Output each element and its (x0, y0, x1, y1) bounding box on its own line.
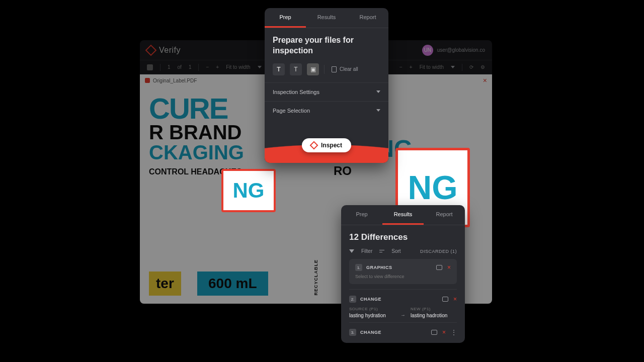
difference-subtitle: Select to view difference (355, 274, 451, 279)
results-panel: Prep Results Report 12 Differences Filte… (341, 205, 465, 343)
tab-report-2[interactable]: Report (424, 205, 465, 225)
label-volume-box: 600 mL (197, 272, 268, 296)
prep-title: Prepare your files for inspection (273, 35, 380, 56)
app-title: Verify (159, 46, 181, 55)
diff-new-value: lasting hadrotion (411, 313, 457, 318)
label-yellow-box: ter (149, 272, 181, 296)
zoom-in-icon[interactable]: + (216, 64, 219, 70)
tab-prep[interactable]: Prep (265, 8, 306, 28)
difference-card[interactable]: 3. CHANGE × ⋮ (349, 322, 457, 343)
filter-button[interactable]: Filter (361, 248, 372, 254)
more-icon[interactable]: ⋮ (451, 329, 457, 336)
page-selection-row[interactable]: Page Selection (265, 101, 388, 120)
comment-icon[interactable] (442, 297, 448, 302)
zoom-out-icon-2[interactable]: − (399, 64, 403, 70)
discard-icon[interactable]: × (447, 264, 451, 271)
difference-index: 2. (349, 296, 356, 303)
inspect-logo-icon (309, 141, 318, 149)
discard-icon[interactable]: × (453, 296, 457, 303)
brand-logo-icon (145, 44, 157, 56)
fit-mode-2-chevron-icon[interactable] (451, 66, 455, 68)
discarded-count[interactable]: DISCARDED (1) (420, 249, 457, 254)
document-filename: Original_Label.PDF (153, 78, 197, 83)
arrow-right-icon: → (400, 312, 406, 318)
zoom-in-icon-2[interactable]: + (410, 64, 413, 70)
fit-mode[interactable]: Fit to width (226, 64, 250, 70)
tab-report[interactable]: Report (347, 8, 388, 28)
refresh-icon[interactable]: ⟳ (469, 64, 473, 70)
fit-mode-2[interactable]: Fit to width (420, 64, 444, 70)
difference-index: 1. (355, 264, 362, 271)
prep-panel: Prep Results Report Prepare your files f… (265, 8, 388, 163)
user-email[interactable]: user@globalvision.co (437, 47, 485, 53)
chevron-down-icon (376, 109, 380, 112)
lock-icon (145, 78, 150, 83)
tab-prep-2[interactable]: Prep (341, 205, 382, 225)
results-filter-row: Filter Sort DISCARDED (1) (349, 248, 457, 254)
difference-type: GRAPHICS (366, 265, 392, 270)
filter-icon[interactable] (349, 249, 354, 253)
sidebar-toggle-icon[interactable] (147, 64, 153, 70)
clear-all-button[interactable]: Clear all (332, 66, 358, 72)
difference-type: CHANGE (360, 330, 381, 335)
difference-crop-left[interactable]: NG (221, 169, 276, 212)
avatar[interactable]: UN (422, 45, 433, 56)
prep-panel-tabs: Prep Results Report (265, 8, 388, 28)
document-close-icon[interactable]: × (483, 76, 487, 84)
results-title: 12 Differences (349, 232, 457, 242)
difference-card[interactable]: 1. GRAPHICS × Select to view difference (349, 259, 457, 284)
chevron-down-icon (376, 90, 380, 93)
comment-icon[interactable] (431, 330, 437, 335)
fit-mode-chevron-icon[interactable] (258, 66, 262, 68)
inspection-settings-row[interactable]: Inspection Settings (265, 82, 388, 101)
difference-type: CHANGE (360, 297, 381, 302)
inspect-button[interactable]: Inspect (302, 138, 351, 152)
difference-card[interactable]: 2. CHANGE × SOURCE (P1) lasting hydratio… (349, 289, 457, 322)
prep-tools-row: T T ▣ Clear all (273, 63, 380, 75)
crop-tool-icon[interactable]: ▣ (307, 63, 319, 75)
page-total: 1 (189, 64, 192, 70)
diff-source-value: lasting hydration (349, 313, 395, 318)
inspect-dome: Inspect (265, 120, 388, 163)
page-current: 1 (168, 64, 171, 70)
discard-icon[interactable]: × (442, 329, 446, 336)
tab-results[interactable]: Results (306, 8, 347, 28)
sort-button[interactable]: Sort (391, 248, 400, 254)
difference-index: 3. (349, 329, 356, 336)
comment-icon[interactable] (436, 265, 442, 270)
settings-gear-icon[interactable]: ⚙ (480, 64, 485, 70)
text-tool-icon[interactable]: T (290, 63, 302, 75)
tab-results-2[interactable]: Results (382, 205, 424, 225)
text-tool-bold-icon[interactable]: T (273, 63, 285, 75)
sort-icon[interactable] (379, 249, 384, 254)
zoom-out-icon[interactable]: − (206, 64, 209, 70)
results-panel-tabs: Prep Results Report (341, 205, 465, 225)
trash-icon (332, 66, 337, 72)
